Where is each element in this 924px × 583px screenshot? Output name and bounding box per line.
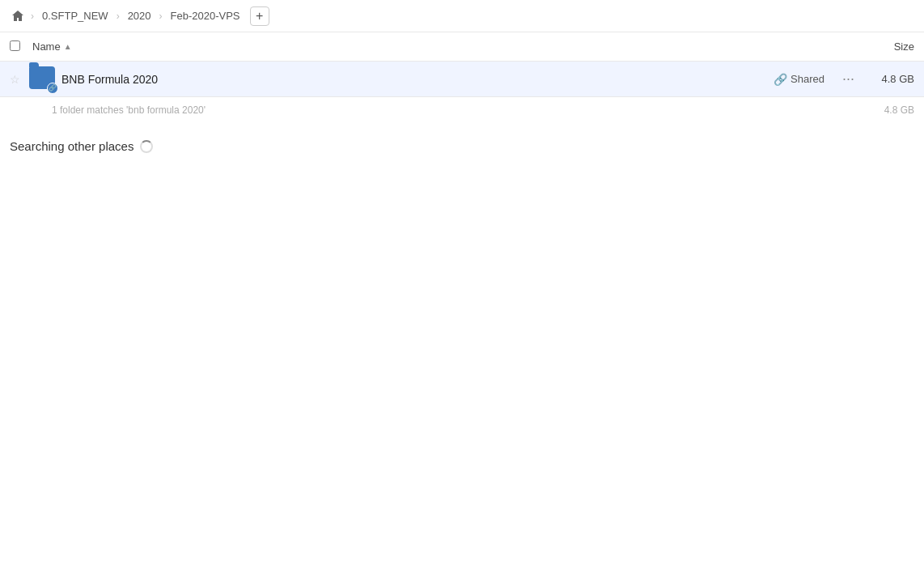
match-count-text: 1 folder matches 'bnb formula 2020' [52,104,866,116]
searching-text: Searching other places [10,139,134,153]
home-icon [11,10,24,23]
separator-1: › [31,11,34,22]
shared-indicator: 🔗 Shared [774,73,824,86]
sort-icon: ▲ [64,42,72,51]
breadcrumb-item-sftp[interactable]: 0.SFTP_NEW [39,8,112,23]
name-column-header[interactable]: Name ▲ [32,40,850,53]
star-button[interactable]: ☆ [10,73,26,86]
name-label: Name [32,40,61,53]
file-size: 4.8 GB [866,73,914,85]
link-badge-icon: 🔗 [47,83,58,94]
separator-2: › [117,11,120,22]
select-all-checkbox[interactable] [10,40,26,53]
loading-spinner [140,140,153,153]
file-row[interactable]: ☆ 🔗 BNB Formula 2020 🔗 Shared ··· 4.8 GB [0,62,924,97]
match-count-row: 1 folder matches 'bnb formula 2020' 4.8 … [0,97,924,123]
add-breadcrumb-button[interactable]: + [250,6,269,26]
searching-section: Searching other places [0,123,924,163]
more-options-button[interactable]: ··· [837,67,859,91]
share-link-icon: 🔗 [774,73,787,86]
breadcrumb-bar: › 0.SFTP_NEW › 2020 › Feb-2020-VPS + [0,0,924,32]
breadcrumb-item-feb[interactable]: Feb-2020-VPS [167,8,244,23]
match-count-size: 4.8 GB [866,104,914,116]
file-name: BNB Formula 2020 [61,73,774,86]
breadcrumb-item-2020[interactable]: 2020 [125,8,155,23]
size-column-header[interactable]: Size [850,40,914,53]
shared-label: Shared [790,73,824,85]
column-header-row: Name ▲ Size [0,32,924,62]
checkbox-input[interactable] [10,40,20,51]
home-button[interactable] [10,8,26,24]
separator-3: › [159,11,163,22]
folder-icon-container: 🔗 [29,66,55,92]
